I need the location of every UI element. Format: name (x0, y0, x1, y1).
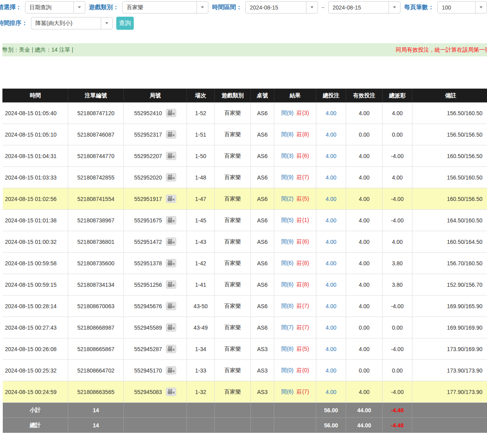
date-to-input[interactable]: 2024-08-15 (328, 1, 400, 14)
total-bet-link[interactable]: 4.00 (325, 110, 336, 116)
round-cell: 552945170 (124, 360, 187, 381)
session: 1-33 (187, 360, 215, 381)
video-replay-icon[interactable] (166, 302, 176, 310)
banker-result: 莊(8) (296, 131, 309, 137)
payout: 3.80 (383, 253, 412, 274)
table-row: 2024-08-15 00:27:43 521808668987 5529455… (3, 317, 487, 338)
video-replay-icon[interactable] (166, 216, 176, 224)
round-id: 552951675 (134, 217, 162, 224)
video-replay-icon[interactable] (166, 173, 176, 182)
filter-bar: 請選擇： 日期查詢 遊戲類別： 百家樂 時間區間： 2024-08-15 ~ 2… (0, 0, 487, 30)
sort-select[interactable]: 降冪(由大到小) (31, 17, 113, 29)
header-game-type: 遊戲類別 (215, 89, 251, 102)
result-cell: 閒(6) 莊(8) (274, 274, 316, 295)
currency-total-text: 幣別：美金 | 總共：14 注單 | (2, 46, 73, 54)
total-bet-cell: 4.00 (316, 102, 346, 124)
video-replay-icon[interactable] (166, 259, 176, 267)
total-bet-link[interactable]: 4.00 (325, 282, 336, 288)
player-result: 閒(9) (281, 174, 293, 180)
round-cell: 552952317 (124, 124, 187, 145)
total-bet-link[interactable]: 4.00 (325, 196, 336, 202)
game-type: 百家樂 (215, 188, 251, 210)
total-bet-link[interactable]: 4.00 (325, 239, 336, 245)
video-replay-icon[interactable] (166, 345, 176, 353)
page-size-label: 每頁筆數： (404, 4, 434, 11)
video-replay-icon[interactable] (166, 195, 176, 203)
empty-cell (215, 418, 251, 433)
video-replay-icon[interactable] (166, 109, 176, 117)
total-bet-link[interactable]: 4.00 (325, 324, 336, 331)
session: 1-48 (187, 167, 215, 188)
chevron-down-icon[interactable] (475, 2, 487, 13)
empty-cell (251, 403, 274, 418)
payout: 4.00 (383, 167, 412, 188)
result-cell: 閒(7) 莊(7) (274, 317, 316, 338)
payout: 4.00 (383, 231, 412, 253)
header-valid-bet: 有效投注 (346, 89, 383, 102)
round-cell: 552951917 (124, 188, 187, 210)
header-session: 場次 (187, 89, 215, 102)
video-replay-icon[interactable] (166, 323, 176, 332)
video-replay-icon[interactable] (166, 388, 176, 396)
result-cell: 閒(9) 莊(6) (274, 231, 316, 253)
bet-id: 521808736801 (68, 231, 124, 253)
header-result: 結果 (274, 89, 316, 102)
valid-bet: 4.00 (346, 295, 383, 317)
total-bet-link[interactable]: 4.00 (325, 131, 336, 138)
round-cell: 552951378 (124, 253, 187, 274)
player-result: 閒(8) (281, 131, 293, 137)
total-bet-link[interactable]: 4.00 (325, 260, 336, 266)
valid-bet: 0.00 (346, 360, 383, 381)
session: 43-49 (187, 317, 215, 338)
total-bet-link[interactable]: 4.00 (325, 389, 336, 395)
table-number: AS6 (251, 145, 274, 167)
search-button[interactable]: 查詢 (116, 17, 134, 30)
round-cell: 552945287 (124, 338, 187, 360)
note: 156.50/156.50 (412, 124, 487, 145)
total-bet-link[interactable]: 4.00 (325, 367, 336, 374)
chevron-down-icon[interactable] (196, 2, 208, 13)
round-cell: 552945589 (124, 317, 187, 338)
game-type: 百家樂 (215, 167, 251, 188)
total-bet-link[interactable]: 4.00 (325, 346, 336, 352)
banker-result: 莊(0) (296, 367, 309, 373)
page-size-select[interactable]: 100 (437, 1, 487, 14)
round-id: 552951917 (134, 196, 162, 202)
chevron-down-icon[interactable] (73, 2, 85, 13)
note: 152.90/156.70 (412, 274, 487, 295)
page-size-value: 100 (438, 4, 475, 11)
chevron-down-icon[interactable] (389, 2, 400, 13)
payout: -4.00 (383, 338, 412, 360)
chevron-down-icon[interactable] (101, 17, 112, 29)
video-replay-icon[interactable] (166, 130, 176, 139)
table-number: AS6 (251, 295, 274, 317)
total-bet-link[interactable]: 4.00 (325, 303, 336, 309)
bet-time: 2024-08-15 01:05:10 (3, 124, 68, 145)
bet-time: 2024-08-15 01:00:32 (3, 231, 68, 253)
game-type: 百家樂 (215, 210, 251, 231)
payout: 0.00 (383, 124, 412, 145)
total-bet-link[interactable]: 4.00 (325, 153, 336, 159)
video-replay-icon[interactable] (166, 280, 176, 289)
total-bet-link[interactable]: 4.00 (325, 174, 336, 181)
chevron-down-icon[interactable] (306, 2, 318, 13)
bet-id: 521808746087 (68, 124, 124, 145)
subtotal-payout: -4.40 (383, 403, 412, 418)
table-row: 2024-08-15 00:26:08 521808665867 5529452… (3, 338, 487, 360)
game-type-select[interactable]: 百家樂 (122, 1, 208, 14)
round-cell: 552945083 (124, 381, 187, 403)
total-bet-link[interactable]: 4.00 (325, 217, 336, 224)
video-replay-icon[interactable] (166, 366, 176, 375)
video-replay-icon[interactable] (166, 152, 176, 160)
note: 160.50/164.50 (412, 231, 487, 253)
total-bet-cell: 4.00 (316, 188, 346, 210)
game-type: 百家樂 (215, 381, 251, 403)
date-from-input[interactable]: 2024-08-15 (245, 1, 318, 14)
empty-cell (187, 403, 215, 418)
round-id: 552945676 (134, 303, 162, 309)
result-cell: 閒(9) 莊(3) (274, 102, 316, 124)
bet-time: 2024-08-15 00:59:58 (3, 253, 68, 274)
result-cell: 閒(0) 莊(0) (274, 360, 316, 381)
query-type-select[interactable]: 日期查詢 (25, 1, 85, 14)
video-replay-icon[interactable] (166, 238, 176, 246)
